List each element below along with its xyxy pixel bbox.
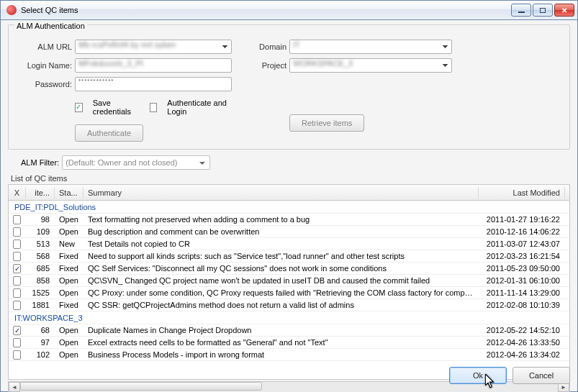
login-label: Login Name: bbox=[16, 61, 72, 70]
row-checkbox[interactable] bbox=[13, 301, 21, 310]
row-id: 513 bbox=[26, 238, 55, 250]
row-status: Open bbox=[55, 214, 83, 225]
row-checkbox[interactable] bbox=[13, 326, 21, 335]
save-credentials-checkbox[interactable] bbox=[75, 103, 83, 112]
row-modified: 2011-03-07 12:43:07 bbox=[479, 238, 565, 250]
domain-select[interactable]: IT bbox=[289, 40, 452, 54]
table-row[interactable]: 97OpenExcel extracts need cells to be fo… bbox=[9, 337, 569, 349]
row-modified: 2012-01-31 06:10:00 bbox=[479, 275, 565, 286]
table-row[interactable]: 98OpenText formatting not preserved when… bbox=[9, 214, 569, 226]
row-modified: 2012-02-08 10:10:39 bbox=[479, 299, 565, 311]
maximize-button[interactable] bbox=[533, 4, 553, 17]
row-summary: QC Self Services: "Disconnect all my QC … bbox=[83, 263, 479, 274]
ok-button[interactable]: Ok bbox=[449, 367, 507, 384]
row-id: 858 bbox=[26, 275, 55, 286]
alm-url-label: ALM URL bbox=[16, 42, 72, 51]
row-summary: QC\SVN_ Changed QC project name won't be… bbox=[83, 275, 479, 286]
row-checkbox[interactable] bbox=[13, 240, 21, 249]
row-checkbox[interactable] bbox=[13, 252, 21, 261]
table-row[interactable]: 68OpenDuplicate Names in Change Project … bbox=[9, 324, 569, 337]
scroll-thumb[interactable] bbox=[20, 382, 262, 391]
row-summary: Excel extracts need cells to be formatte… bbox=[83, 337, 479, 348]
list-of-items-label: List of QC items bbox=[11, 174, 570, 183]
qc-items-grid: X ite... Sta... Summary Last Modified PD… bbox=[8, 184, 570, 380]
row-modified: 2012-04-26 13:34:02 bbox=[479, 349, 565, 360]
project-select[interactable]: WORKSPACE_3 bbox=[289, 58, 452, 73]
window-controls: ✕ bbox=[510, 4, 574, 17]
row-modified: 2011-01-27 19:16:22 bbox=[479, 214, 565, 225]
grid-group[interactable]: IT:WORKSPACE_3 bbox=[9, 311, 569, 324]
col-check[interactable]: X bbox=[9, 187, 26, 199]
auth-legend: ALM Authentication bbox=[14, 22, 87, 30]
row-status: Fixed bbox=[55, 299, 83, 311]
col-modified[interactable]: Last Modified bbox=[479, 187, 565, 199]
grid-header: X ite... Sta... Summary Last Modified bbox=[9, 185, 569, 201]
auth-and-login-checkbox[interactable] bbox=[150, 103, 158, 112]
dialog-footer: Ok Cancel bbox=[449, 367, 570, 384]
table-row[interactable]: 109OpenBug description and comment can b… bbox=[9, 226, 569, 238]
row-checkbox[interactable] bbox=[13, 276, 21, 286]
password-input[interactable]: ************ bbox=[75, 77, 232, 91]
row-summary: Text formatting not preserved when addin… bbox=[83, 214, 479, 225]
row-modified: 2011-11-14 13:29:00 bbox=[479, 287, 565, 298]
table-row[interactable]: 685FixedQC Self Services: "Disconnect al… bbox=[9, 263, 569, 275]
table-row[interactable]: 102OpenBusiness Process Models - import … bbox=[9, 349, 569, 361]
row-id: 109 bbox=[26, 226, 55, 237]
row-modified: 2010-12-16 14:06:22 bbox=[479, 226, 565, 237]
project-label: Project bbox=[250, 61, 286, 70]
row-status: Open bbox=[55, 349, 83, 360]
grid-group[interactable]: PDE_IT:PDL_Solutions bbox=[9, 201, 569, 214]
row-status: Open bbox=[55, 275, 83, 286]
row-summary: QC Proxy: under some condition, QC Proxy… bbox=[83, 287, 479, 298]
row-id: 68 bbox=[26, 324, 55, 336]
row-status: Open bbox=[55, 226, 83, 237]
row-status: Open bbox=[55, 337, 83, 348]
auth-and-login-label: Authenticate and Login bbox=[167, 99, 232, 116]
row-id: 1525 bbox=[26, 287, 55, 298]
row-checkbox[interactable] bbox=[13, 338, 21, 347]
row-modified: 2012-03-23 16:21:54 bbox=[479, 250, 565, 262]
row-status: New bbox=[55, 238, 83, 250]
table-row[interactable]: 858OpenQC\SVN_ Changed QC project name w… bbox=[9, 275, 569, 287]
row-checkbox[interactable] bbox=[13, 288, 21, 298]
app-icon bbox=[6, 5, 17, 15]
row-checkbox[interactable] bbox=[13, 227, 21, 237]
row-summary: Need to support all kinds scripts: such … bbox=[83, 250, 479, 262]
row-status: Open bbox=[55, 287, 83, 298]
row-checkbox[interactable] bbox=[13, 264, 21, 273]
row-status: Fixed bbox=[55, 263, 83, 274]
scroll-left-arrow-icon[interactable]: ◄ bbox=[9, 382, 20, 392]
row-id: 1881 bbox=[26, 299, 55, 311]
row-checkbox[interactable] bbox=[13, 350, 21, 360]
title-bar: Select QC items ✕ bbox=[0, 0, 578, 20]
table-row[interactable]: 568FixedNeed to support all kinds script… bbox=[9, 250, 569, 263]
retrieve-items-button[interactable]: Retrieve items bbox=[289, 114, 364, 132]
row-summary: Business Process Models - import in wron… bbox=[83, 349, 479, 360]
row-status: Fixed bbox=[55, 250, 83, 262]
authenticate-button[interactable]: Authenticate bbox=[75, 124, 143, 142]
row-id: 685 bbox=[26, 263, 55, 274]
table-row[interactable]: 1525OpenQC Proxy: under some condition, … bbox=[9, 287, 569, 299]
close-button[interactable]: ✕ bbox=[554, 4, 574, 17]
row-modified: 2012-05-22 14:52:10 bbox=[479, 324, 565, 336]
alm-url-select[interactable]: Mb rcsPvRnf4 by mrt syben bbox=[75, 40, 232, 54]
alm-filter-select[interactable]: (Default: Owner and not closed) bbox=[62, 155, 210, 170]
row-modified: 2011-05-23 09:50:00 bbox=[479, 263, 565, 274]
cancel-button[interactable]: Cancel bbox=[512, 367, 570, 384]
col-id[interactable]: ite... bbox=[26, 187, 55, 199]
col-summary[interactable]: Summary bbox=[83, 187, 479, 199]
table-row[interactable]: 513NewTest Details not copied to CR2011-… bbox=[9, 238, 569, 250]
col-status[interactable]: Sta... bbox=[55, 187, 83, 199]
row-summary: Bug description and comment can be overw… bbox=[83, 226, 479, 237]
window-title: Select QC items bbox=[21, 6, 78, 14]
row-id: 102 bbox=[26, 349, 55, 360]
alm-filter-label: ALM Filter: bbox=[21, 158, 59, 167]
row-id: 97 bbox=[26, 337, 55, 348]
domain-label: Domain bbox=[250, 42, 286, 51]
alm-filter-value: (Default: Owner and not closed) bbox=[66, 158, 177, 167]
auth-fieldset: ALM Authentication ALM URL Mb rcsPvRnf4 … bbox=[8, 24, 570, 150]
minimize-button[interactable] bbox=[511, 4, 531, 17]
table-row[interactable]: 1881FixedQC SSR: getQCProjectAdmins meth… bbox=[9, 299, 569, 311]
row-checkbox[interactable] bbox=[13, 215, 21, 224]
login-name-input[interactable]: MFokduvorb_3_Pt bbox=[75, 58, 232, 73]
